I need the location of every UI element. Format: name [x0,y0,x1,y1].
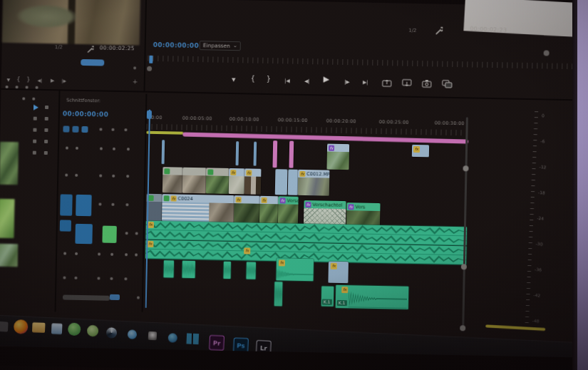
twitter-icon[interactable] [128,329,138,339]
project-toolbar-icon[interactable] [16,86,19,88]
source-mark-out-icon[interactable]: } [23,76,34,84]
mail-app-icon[interactable] [51,323,63,334]
creative-cloud-icon[interactable] [168,333,178,343]
snap-toggle[interactable] [72,126,78,133]
source-patch-v1[interactable] [60,194,73,215]
plus-icon[interactable]: + [133,78,138,85]
audio-clip[interactable] [163,260,173,277]
video-clip[interactable] [288,170,299,195]
source-zoom-scrollbar[interactable] [81,59,104,66]
firefox-icon[interactable] [14,319,29,334]
audio-clip[interactable]: fx [276,258,314,281]
video-clip[interactable] [182,168,207,194]
hand-tool[interactable] [33,140,36,143]
video-clip[interactable] [275,169,288,195]
zoom-tool[interactable] [33,151,36,155]
lift-icon[interactable] [382,78,392,87]
game-icon[interactable] [148,332,158,341]
type-tool[interactable] [44,140,48,143]
compare-view-icon[interactable] [442,80,453,88]
step-back-icon[interactable]: ◀| [301,77,313,86]
scrollbar-handle[interactable] [461,264,467,269]
panel-menu-dot[interactable] [133,66,136,69]
linked-selection-toggle[interactable] [81,126,88,133]
step-forward-icon[interactable]: |▶ [341,78,353,86]
source-patch-a1[interactable] [60,220,71,231]
video-clip[interactable] [272,140,277,168]
green-app-icon[interactable] [68,322,81,336]
video-clip[interactable] [206,168,229,194]
audio-clip[interactable] [223,262,230,279]
video-clip[interactable] [162,140,165,164]
video-clip[interactable]: fx [229,168,245,194]
wrench-icon[interactable] [435,26,443,34]
program-timecode[interactable]: 00:00:00:00 [153,41,199,49]
wrench-icon[interactable] [87,46,94,53]
video-clip[interactable] [254,142,257,166]
ripple-edit-tool[interactable] [33,117,37,120]
audio-clip[interactable]: fx [328,262,349,284]
track-select-tool[interactable] [45,106,48,109]
timeline-timecode[interactable]: 00:00:00:00 [63,110,108,118]
source-play-icon[interactable]: ▶ [47,76,58,85]
audio-clip[interactable] [246,262,255,279]
extract-icon[interactable] [402,79,412,88]
program-zoom-level[interactable]: 1/2 [408,28,416,34]
fit-dropdown[interactable]: Einpassen ⌄ [200,41,241,51]
playhead-head[interactable] [147,111,152,119]
video-clip-c0012[interactable]: fx C0012.MP [298,170,330,196]
slip-tool[interactable] [33,128,36,132]
mark-in-icon[interactable]: { [247,74,259,83]
video-clip[interactable] [163,167,183,193]
folder-icon[interactable] [32,322,46,333]
video-clip[interactable]: fx [259,196,279,223]
photos-app-icon[interactable] [106,327,118,339]
project-toolbar-icon[interactable] [36,86,38,89]
solo-button-a1[interactable] [102,226,116,243]
timeline-tab[interactable]: Schnittfenster: [66,98,100,104]
green-app2-icon[interactable] [87,325,99,337]
audio-clip-k1[interactable]: K.1 [321,286,334,306]
taskbar-app-icon[interactable] [0,322,9,332]
timeline-menu-button[interactable] [124,128,127,131]
video-clip[interactable]: fx [234,195,260,223]
mark-out-icon[interactable]: } [263,75,274,83]
marker-icon[interactable]: ▼ [228,76,239,84]
video-clip[interactable] [236,141,239,165]
program-scroll-handle[interactable] [544,50,550,56]
project-clip-thumbnail[interactable] [0,244,18,267]
project-clip-thumbnail[interactable] [0,199,15,238]
video-clip[interactable]: fx [326,144,349,170]
track-target-a1[interactable] [75,224,93,244]
export-frame-icon[interactable] [422,79,432,88]
scrollbar-handle[interactable] [460,325,465,331]
selection-tool[interactable] [33,105,38,111]
project-toolbar-icon[interactable] [6,86,9,88]
mini-playhead-handle[interactable] [147,66,152,71]
audio-clip[interactable] [274,282,283,306]
tiles-app-icon[interactable] [186,333,199,344]
video-clip-c0024[interactable]: fx C0024 [162,194,234,222]
add-marker-button[interactable] [99,128,102,130]
project-toolbar-icon[interactable] [26,86,29,88]
project-clip-thumbnail[interactable] [0,142,19,185]
project-toolbar-icon[interactable] [22,97,25,100]
go-to-out-icon[interactable]: ▶| [360,78,371,86]
go-to-in-icon[interactable]: |◀ [282,76,293,85]
source-step-forward-icon[interactable]: |▶ [58,76,70,85]
program-mini-playhead[interactable] [149,56,153,63]
play-icon[interactable]: ▶ [321,75,332,83]
source-timecode[interactable]: 00:00:02:25 [100,44,135,51]
scrollbar-dot[interactable] [137,297,140,299]
scrollbar-handle[interactable] [463,165,468,171]
premiere-pro-icon[interactable]: Pr [209,335,225,351]
audio-clip[interactable] [182,261,195,278]
audio-clip-k1[interactable]: fx K.1 [336,285,409,309]
track-target-v1[interactable] [76,195,92,216]
video-clip[interactable] [289,141,294,168]
razor-tool[interactable] [45,117,48,120]
timeline-zoom-handle[interactable] [110,294,120,300]
program-mini-ruler[interactable] [148,56,575,70]
project-toolbar-icon[interactable] [32,98,35,101]
video-clip[interactable]: fx [412,145,429,157]
